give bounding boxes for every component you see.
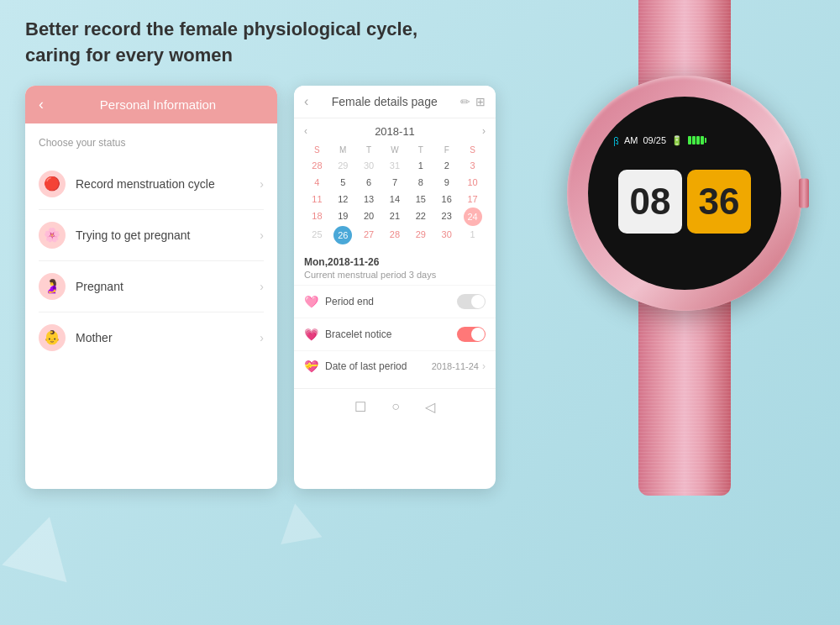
day-t2: T [407,143,433,157]
nav-circle-btn[interactable]: ○ [391,399,400,415]
header-text: Better record the female physiological c… [25,17,445,69]
watch-time-display: 08 36 [618,170,751,234]
left-phone-header: ‹ Personal Information [25,86,277,123]
watch-drop-icon: 🔋 [671,135,683,146]
cal-day-13[interactable]: 13 [356,191,382,207]
cal-day-27[interactable]: 27 [356,226,382,244]
cal-day-4[interactable]: 4 [304,174,330,191]
share-icon[interactable]: ⊞ [475,95,486,108]
cal-day-17[interactable]: 17 [459,191,486,207]
cal-day-10[interactable]: 10 [459,174,486,191]
choose-status-label: Choose your status [39,137,264,149]
deco-triangle-1 [2,508,81,582]
cal-day-18[interactable]: 18 [304,207,330,226]
cal-day-24[interactable]: 24 [464,207,482,226]
record-chevron: › [260,177,264,191]
watch-ampm: AM [624,135,638,145]
bracelet-notice-label: Bracelet notice [325,328,457,340]
bracelet-icon: 💗 [304,328,318,341]
period-end-toggle[interactable] [457,294,486,309]
cal-day-19[interactable]: 19 [330,207,356,226]
left-phone-body: Choose your status 🔴 Record menstruation… [25,123,277,376]
status-item-record[interactable]: 🔴 Record menstruation cycle › [39,159,264,210]
day-s2: S [459,143,486,157]
status-item-mother[interactable]: 👶 Mother › [39,312,264,363]
cal-day-1[interactable]: 1 [407,157,433,174]
left-phone: ‹ Personal Information Choose your statu… [25,86,277,489]
cal-day-9[interactable]: 9 [433,174,459,191]
bracelet-notice-toggle[interactable] [457,327,486,342]
cal-day-29[interactable]: 29 [330,157,356,174]
cal-day-1b[interactable]: 1 [459,226,486,244]
cal-day-23[interactable]: 23 [433,207,459,226]
cal-day-29b[interactable]: 29 [407,226,433,244]
cal-row-5: 25 26 27 28 29 30 1 [304,226,486,244]
right-phone-header: ‹ Female details page ✏ ⊞ [294,86,496,118]
cal-day-8[interactable]: 8 [407,174,433,191]
record-icon: 🔴 [39,171,66,197]
cal-date-label: Mon,2018-11-26 [304,256,486,268]
cal-day-12[interactable]: 12 [330,191,356,207]
last-period-chevron: › [482,360,486,372]
cal-row-2: 4 5 6 7 8 9 10 [304,174,486,191]
cal-day-25[interactable]: 25 [304,226,330,244]
cal-row-4: 18 19 20 21 22 23 24 [304,207,486,226]
status-item-trying[interactable]: 🌸 Trying to get pregnant › [39,210,264,261]
day-f: F [433,143,459,157]
watch-container: ꞵ AM 09/25 🔋 [546,25,823,596]
period-end-icon: 🩷 [304,295,318,308]
watch-band-bottom [638,294,731,496]
last-period-icon: 💝 [304,360,318,373]
mother-icon: 👶 [39,324,66,351]
record-label: Record menstruation cycle [76,177,249,191]
watch-status-bar: ꞵ AM 09/25 🔋 [613,134,756,147]
band-lines-bottom [638,294,731,496]
cal-day-15[interactable]: 15 [407,191,433,207]
cal-next[interactable]: › [482,125,486,137]
cal-sub-label: Current menstrual period 3 days [304,270,486,280]
cal-day-3[interactable]: 3 [459,157,486,174]
toggle-knob-on [471,328,485,341]
cal-day-21[interactable]: 21 [382,207,408,226]
cal-day-2[interactable]: 2 [433,157,459,174]
last-period-value: 2018-11-24 [432,361,479,371]
phone-nav-bar: ☐ ○ ◁ [294,388,496,425]
cal-info: Mon,2018-11-26 Current menstrual period … [294,251,496,285]
cal-day-30b[interactable]: 30 [433,226,459,244]
battery-bar-4 [701,136,704,144]
edit-icon[interactable]: ✏ [460,95,470,108]
header-line1: Better record the female physiological c… [25,18,417,39]
cal-day-header: S M T W T F S [304,143,486,157]
battery-bar-1 [688,136,691,144]
cal-day-16[interactable]: 16 [433,191,459,207]
cal-day-26-circle[interactable]: 26 [333,226,352,244]
nav-square-btn[interactable]: ☐ [354,399,366,415]
watch-minute: 36 [699,181,740,223]
back-icon[interactable]: ‹ [39,96,44,113]
cal-day-5[interactable]: 5 [330,174,356,191]
cal-grid: S M T W T F S 28 29 30 31 1 [304,143,486,244]
trying-chevron: › [260,228,264,242]
cal-day-14[interactable]: 14 [382,191,408,207]
cal-day-31[interactable]: 31 [382,157,408,174]
cal-row-1: 28 29 30 31 1 2 3 [304,157,486,174]
cal-day-7[interactable]: 7 [382,174,408,191]
cal-day-11[interactable]: 11 [304,191,330,207]
nav-triangle-btn[interactable]: ◁ [425,399,435,415]
battery-bar-3 [696,136,700,144]
watch-crown [799,179,809,208]
last-period-row[interactable]: 💝 Date of last period 2018-11-24 › [294,350,496,381]
left-phone-title: Personal Information [52,97,264,112]
cal-day-30[interactable]: 30 [356,157,382,174]
cal-day-6[interactable]: 6 [356,174,382,191]
cal-day-20[interactable]: 20 [356,207,382,226]
cal-day-28b[interactable]: 28 [382,226,408,244]
cal-day-22[interactable]: 22 [407,207,433,226]
header-line2: caring for every women [25,45,233,66]
watch-battery [688,136,706,144]
status-item-pregnant[interactable]: 🤰 Pregnant › [39,261,264,312]
cal-prev[interactable]: ‹ [304,125,307,137]
trying-label: Trying to get pregnant [76,228,249,242]
cal-day-28[interactable]: 28 [304,157,330,174]
period-end-row: 🩷 Period end [294,285,496,318]
